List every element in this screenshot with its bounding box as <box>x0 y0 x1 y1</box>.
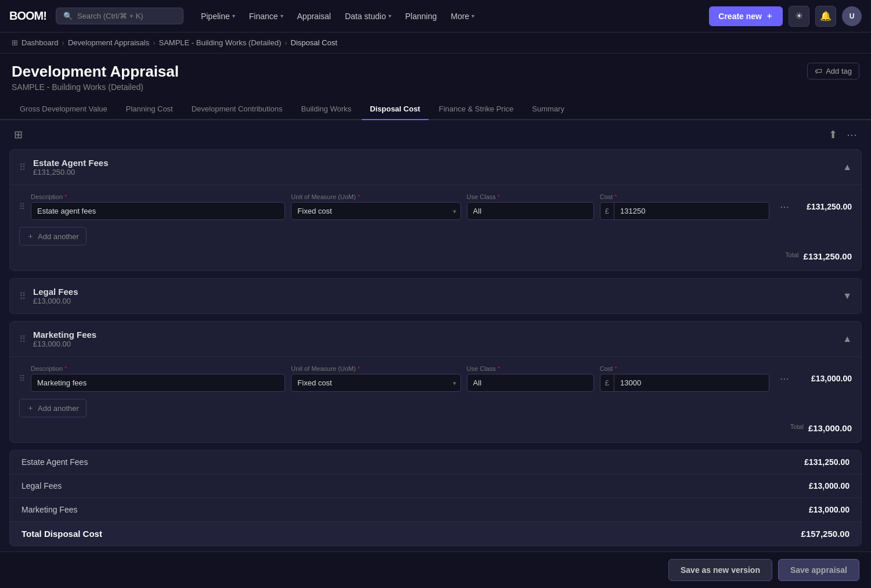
search-icon: 🔍 <box>63 12 73 20</box>
section-marketing-fees-title: Marketing Fees <box>33 330 96 340</box>
nav-finance[interactable]: Finance ▾ <box>243 8 289 24</box>
summary-legal-label: Legal Fees <box>21 481 62 490</box>
estate-add-another-button[interactable]: ＋ Add another <box>19 227 87 246</box>
top-navigation: BOOM! 🔍 Search (Ctrl/⌘ + K) Pipeline ▾ F… <box>0 0 871 33</box>
section-estate-agent-fees-amount: £131,250.00 <box>33 168 109 176</box>
create-new-button[interactable]: Create new ＋ <box>709 6 783 26</box>
marketing-total-row: Total £13,000.00 <box>19 417 852 433</box>
drag-handle-marketing[interactable]: ⠿ <box>19 334 26 345</box>
main-nav: Pipeline ▾ Finance ▾ Appraisal Data stud… <box>195 8 704 24</box>
search-placeholder: Search (Ctrl/⌘ + K) <box>77 12 143 20</box>
breadcrumb-dashboard[interactable]: Dashboard <box>21 38 59 47</box>
section-marketing-fees-header[interactable]: ⠿ Marketing Fees £13,000.00 ▲ <box>10 322 861 356</box>
drag-handle-marketing-row[interactable]: ⠿ <box>19 374 25 383</box>
main-content: ⠿ Estate Agent Fees £131,250.00 ▲ ⠿ Desc… <box>0 149 871 588</box>
estate-total-row: Total £131,250.00 <box>19 246 852 261</box>
summary-row-estate: Estate Agent Fees £131,250.00 <box>10 450 861 474</box>
tab-gross-development-value[interactable]: Gross Development Value <box>12 99 116 120</box>
estate-use-class-input[interactable] <box>467 202 594 220</box>
bell-icon: 🔔 <box>820 10 832 21</box>
section-legal-fees-header[interactable]: ⠿ Legal Fees £13,000.00 ▼ <box>10 279 861 313</box>
summary-legal-value: £13,000.00 <box>809 481 850 490</box>
section-marketing-fees: ⠿ Marketing Fees £13,000.00 ▲ ⠿ Descript… <box>9 321 862 443</box>
estate-row-more-button[interactable]: ⋯ <box>775 199 794 215</box>
marketing-add-another-button[interactable]: ＋ Add another <box>19 399 87 417</box>
toolbar-row: ⊞ ⬆ ⋯ <box>0 120 871 149</box>
avatar[interactable]: U <box>842 6 862 26</box>
finance-chevron-icon: ▾ <box>280 13 283 19</box>
summary-row-marketing: Marketing Fees £13,000.00 <box>10 498 861 522</box>
marketing-subtotal: £13,000.00 <box>808 423 852 433</box>
section-legal-fees: ⠿ Legal Fees £13,000.00 ▼ <box>9 278 862 314</box>
marketing-row-amount: £13,000.00 <box>800 374 852 383</box>
grid-icon: ⊞ <box>12 38 18 47</box>
grid-view-button[interactable]: ⊞ <box>12 126 25 143</box>
marketing-cost-input[interactable] <box>614 374 769 391</box>
page-subtitle: SAMPLE - Building Works (Detailed) <box>12 82 179 92</box>
section-estate-agent-fees-header[interactable]: ⠿ Estate Agent Fees £131,250.00 ▲ <box>10 150 861 185</box>
nav-data-studio[interactable]: Data studio ▾ <box>339 8 397 24</box>
estate-description-field: Description * <box>31 193 285 220</box>
estate-uom-field: Unit of Measure (UoM) * Fixed cost Per u… <box>291 193 460 220</box>
summary-total-label: Total Disposal Cost <box>21 529 102 539</box>
marketing-use-class-input[interactable] <box>467 374 594 392</box>
drag-handle-estate-row[interactable]: ⠿ <box>19 202 25 211</box>
save-appraisal-button[interactable]: Save appraisal <box>778 559 859 581</box>
marketing-description-input[interactable] <box>31 374 285 392</box>
nav-appraisal[interactable]: Appraisal <box>291 8 337 24</box>
tab-development-contributions[interactable]: Development Contributions <box>183 99 291 120</box>
expand-legal-fees-button[interactable]: ▼ <box>843 291 852 301</box>
marketing-fees-row-1: ⠿ Description * Unit of Measure (UoM) * <box>19 365 852 392</box>
marketing-uom-select[interactable]: Fixed cost Per unit <box>291 374 460 392</box>
drag-handle-legal[interactable]: ⠿ <box>19 291 26 302</box>
save-as-new-version-button[interactable]: Save as new version <box>668 559 772 581</box>
sun-icon: ☀ <box>795 10 803 21</box>
logo[interactable]: BOOM! <box>9 9 46 23</box>
nav-more[interactable]: More ▾ <box>445 8 480 24</box>
estate-cost-input[interactable] <box>614 203 769 219</box>
topnav-right: Create new ＋ ☀ 🔔 U <box>709 6 862 27</box>
tab-finance-strike-price[interactable]: Finance & Strike Price <box>431 99 522 120</box>
estate-uom-select[interactable]: Fixed cost Per unit <box>291 202 460 220</box>
theme-toggle-button[interactable]: ☀ <box>789 6 809 27</box>
more-chevron-icon: ▾ <box>472 13 474 19</box>
drag-handle-estate[interactable]: ⠿ <box>19 162 26 173</box>
nav-planning[interactable]: Planning <box>399 8 443 24</box>
section-legal-fees-amount: £13,000.00 <box>33 297 78 305</box>
breadcrumb-development-appraisals[interactable]: Development Appraisals <box>68 38 149 47</box>
summary-row-legal: Legal Fees £13,000.00 <box>10 474 861 498</box>
notifications-button[interactable]: 🔔 <box>815 6 836 27</box>
tab-summary[interactable]: Summary <box>524 99 573 120</box>
nav-pipeline[interactable]: Pipeline ▾ <box>195 8 241 24</box>
tab-planning-cost[interactable]: Planning Cost <box>118 99 181 120</box>
export-button[interactable]: ⬆ <box>826 126 840 143</box>
tab-disposal-cost[interactable]: Disposal Cost <box>362 99 429 120</box>
footer-bar: Save as new version Save appraisal <box>0 551 871 588</box>
marketing-row-more-button[interactable]: ⋯ <box>775 371 794 387</box>
breadcrumb-sample-building[interactable]: SAMPLE - Building Works (Detailed) <box>159 38 282 47</box>
summary-marketing-value: £13,000.00 <box>809 505 850 514</box>
page-title: Development Appraisal <box>12 63 179 81</box>
summary-estate-value: £131,250.00 <box>804 457 850 467</box>
tab-building-works[interactable]: Building Works <box>293 99 359 120</box>
add-tag-button[interactable]: 🏷 Add tag <box>807 63 859 80</box>
breadcrumb-sep-2: › <box>153 38 155 47</box>
plus-icon-marketing: ＋ <box>27 403 34 413</box>
summary-estate-label: Estate Agent Fees <box>21 457 88 467</box>
breadcrumb-sep-3: › <box>285 38 287 47</box>
more-options-button[interactable]: ⋯ <box>844 126 859 143</box>
section-marketing-fees-amount: £13,000.00 <box>33 340 96 348</box>
currency-prefix-estate: £ <box>600 203 614 219</box>
section-estate-agent-fees-title: Estate Agent Fees <box>33 158 109 168</box>
section-estate-agent-fees: ⠿ Estate Agent Fees £131,250.00 ▲ ⠿ Desc… <box>9 149 862 271</box>
collapse-marketing-fees-button[interactable]: ▲ <box>843 334 852 344</box>
estate-description-input[interactable] <box>31 202 285 220</box>
tabs-bar: Gross Development Value Planning Cost De… <box>0 99 871 120</box>
search-bar[interactable]: 🔍 Search (Ctrl/⌘ + K) <box>56 8 183 24</box>
marketing-description-field: Description * <box>31 365 285 392</box>
marketing-use-class-field: Use Class * <box>467 365 594 392</box>
collapse-estate-agent-fees-button[interactable]: ▲ <box>843 162 852 172</box>
breadcrumb-sep-1: › <box>62 38 64 47</box>
marketing-uom-field: Unit of Measure (UoM) * Fixed cost Per u… <box>291 365 460 392</box>
summary-total-row: Total Disposal Cost £157,250.00 <box>10 522 861 546</box>
